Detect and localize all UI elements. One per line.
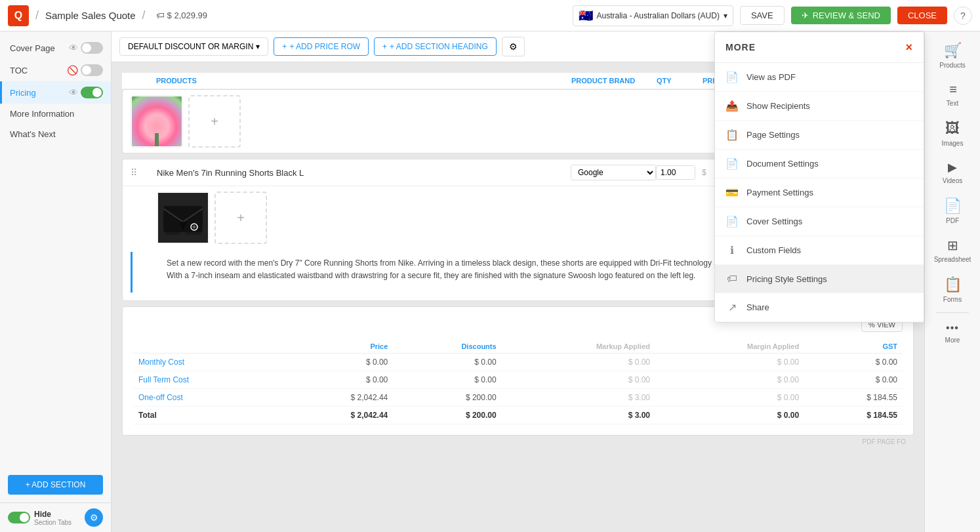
- row-discounts-monthly: $ 0.00: [393, 354, 501, 371]
- add-section-button[interactable]: + ADD SECTION: [8, 475, 103, 495]
- row-margin-fullterm: $ 0.00: [655, 371, 804, 389]
- total-markup: $ 3.00: [502, 407, 655, 424]
- locale-text: Australia - Australian Dollars (AUD): [597, 11, 720, 20]
- sidebar-item-videos[interactable]: ▶ Videos: [925, 155, 980, 190]
- more-panel-close-button[interactable]: ×: [905, 41, 913, 53]
- save-button[interactable]: SAVE: [740, 6, 785, 25]
- flower-image[interactable]: [131, 95, 183, 148]
- sidebar-more-info-label: More Information: [10, 109, 103, 119]
- help-button[interactable]: ?: [954, 7, 972, 25]
- sidebar-item-spreadsheet[interactable]: ⊞ Spreadsheet: [925, 232, 980, 268]
- price-tag-icon: 🏷: [156, 10, 165, 20]
- eye-icon-pricing: 👁: [69, 87, 78, 98]
- sidebar-item-text[interactable]: ≡ Text: [925, 77, 980, 112]
- custom-fields-label: Custom Fields: [746, 245, 801, 255]
- toc-toggle[interactable]: [81, 64, 103, 76]
- images-label: Images: [942, 140, 964, 147]
- sidebar-item-more[interactable]: ••• More: [925, 317, 980, 349]
- spreadsheet-icon: ⊞: [947, 237, 958, 253]
- country-flag: 🇦🇺: [579, 9, 593, 23]
- product-name[interactable]: Nike Men's 7in Running Shorts Black L: [157, 168, 571, 178]
- app-logo: Q: [8, 5, 29, 26]
- col-header-margin: Margin Applied: [655, 340, 804, 354]
- close-button[interactable]: CLOSE: [897, 7, 947, 24]
- sidebar-gear-button[interactable]: ⚙: [85, 508, 103, 527]
- row-markup-monthly: $ 0.00: [502, 354, 655, 371]
- pdf-label: PDF: [946, 217, 959, 224]
- cover-settings-icon: 📄: [725, 215, 739, 228]
- product-qty-input[interactable]: [656, 165, 695, 180]
- sidebar-item-cover-page[interactable]: Cover Page 👁: [0, 37, 111, 59]
- drag-handle-icon[interactable]: ⠿: [131, 167, 157, 178]
- show-recipients-icon: 📤: [725, 100, 739, 112]
- more-menu-pricing-style[interactable]: 🏷 Pricing Style Settings: [715, 265, 924, 293]
- locale-selector[interactable]: 🇦🇺 Australia - Australian Dollars (AUD) …: [573, 5, 733, 26]
- row-margin-monthly: $ 0.00: [655, 354, 804, 371]
- sidebar-item-products[interactable]: 🛒 Products: [925, 37, 980, 74]
- products-label: Products: [939, 62, 965, 69]
- sidebar-footer: Hide Section Tabs ⚙: [0, 502, 111, 532]
- col-drag: [130, 77, 156, 85]
- pdf-icon: 📄: [944, 197, 962, 215]
- total-gst: $ 184.55: [804, 407, 903, 424]
- add-price-row-button[interactable]: + + ADD PRICE ROW: [274, 37, 369, 56]
- sidebar-item-pdf[interactable]: 📄 PDF: [925, 192, 980, 230]
- hide-section-tabs-wrap: Hide Section Tabs: [8, 510, 71, 526]
- forms-icon: 📋: [944, 276, 962, 293]
- product-brand-select[interactable]: Google Nike Adidas: [571, 165, 656, 180]
- toolbar-gear-button[interactable]: ⚙: [502, 37, 525, 56]
- add-section-heading-button[interactable]: + + ADD SECTION HEADING: [374, 37, 497, 56]
- text-icon: ≡: [949, 82, 956, 97]
- row-price-monthly: $ 0.00: [279, 354, 394, 371]
- row-margin-oneoff: $ 0.00: [655, 389, 804, 407]
- add-flower-image-button[interactable]: +: [188, 95, 241, 148]
- add-shorts-image-button[interactable]: +: [214, 192, 267, 244]
- more-panel-header: MORE ×: [715, 32, 924, 63]
- row-price-oneoff: $ 2,042.44: [279, 389, 394, 407]
- table-row: Full Term Cost $ 0.00 $ 0.00 $ 0.00 $ 0.…: [133, 371, 903, 389]
- row-label-monthly: Monthly Cost: [133, 354, 279, 371]
- quote-title[interactable]: Sample Sales Quote: [45, 10, 136, 21]
- hide-label: Hide: [34, 510, 71, 519]
- custom-fields-icon: ℹ: [725, 244, 739, 256]
- sidebar-item-more-info[interactable]: More Information: [0, 104, 111, 124]
- sidebar-item-images[interactable]: 🖼 Images: [925, 115, 980, 152]
- videos-icon: ▶: [948, 160, 957, 174]
- row-label-oneoff: One-off Cost: [133, 389, 279, 407]
- sidebar-item-pricing[interactable]: Pricing 👁: [0, 81, 111, 104]
- more-menu-payment-settings[interactable]: 💳 Payment Settings: [715, 178, 924, 207]
- sidebar-nav: Cover Page 👁 TOC 🚫 Pricing 👁: [0, 31, 111, 467]
- col-header-markup: Markup Applied: [502, 340, 655, 354]
- review-send-button[interactable]: ✈ REVIEW & SEND: [791, 7, 891, 24]
- spreadsheet-label: Spreadsheet: [934, 256, 971, 263]
- sidebar-item-toc[interactable]: TOC 🚫: [0, 59, 111, 81]
- pricing-summary: % VIEW Price Discounts Markup Applied Ma…: [122, 306, 914, 436]
- row-discounts-fullterm: $ 0.00: [393, 371, 501, 389]
- separator2: /: [142, 9, 146, 22]
- discount-margin-dropdown[interactable]: DEFAULT DISCOUNT OR MARGIN ▾: [119, 37, 268, 56]
- shorts-image[interactable]: [157, 192, 209, 244]
- pricing-toggle[interactable]: [81, 87, 103, 98]
- payment-settings-icon: 💳: [725, 186, 739, 199]
- hide-section-tabs-toggle[interactable]: [8, 512, 30, 523]
- more-menu-custom-fields[interactable]: ℹ Custom Fields: [715, 236, 924, 265]
- more-menu-cover-settings[interactable]: 📄 Cover Settings: [715, 207, 924, 236]
- page-settings-icon: 📋: [725, 129, 739, 141]
- share-icon: ↗: [725, 301, 739, 314]
- cover-page-toggle[interactable]: [81, 42, 103, 54]
- col-header-gst: GST: [804, 340, 903, 354]
- more-menu-page-settings[interactable]: 📋 Page Settings: [715, 121, 924, 150]
- sidebar-item-whats-next[interactable]: What's Next: [0, 124, 111, 144]
- row-label-fullterm: Full Term Cost: [133, 371, 279, 389]
- payment-settings-label: Payment Settings: [746, 188, 813, 197]
- more-menu-show-recipients[interactable]: 📤 Show Recipients: [715, 92, 924, 121]
- more-menu-share[interactable]: ↗ Share: [715, 293, 924, 322]
- col-products: PRODUCTS: [156, 77, 571, 85]
- sidebar-item-forms[interactable]: 📋 Forms: [925, 271, 980, 308]
- more-menu-view-as-pdf[interactable]: 📄 View as PDF: [715, 63, 924, 92]
- products-icon: 🛒: [944, 42, 962, 59]
- row-discounts-oneoff: $ 200.00: [393, 389, 501, 407]
- sidebar-whats-next-label: What's Next: [10, 129, 103, 139]
- total-margin: $ 0.00: [655, 407, 804, 424]
- more-menu-document-settings[interactable]: 📄 Document Settings: [715, 150, 924, 178]
